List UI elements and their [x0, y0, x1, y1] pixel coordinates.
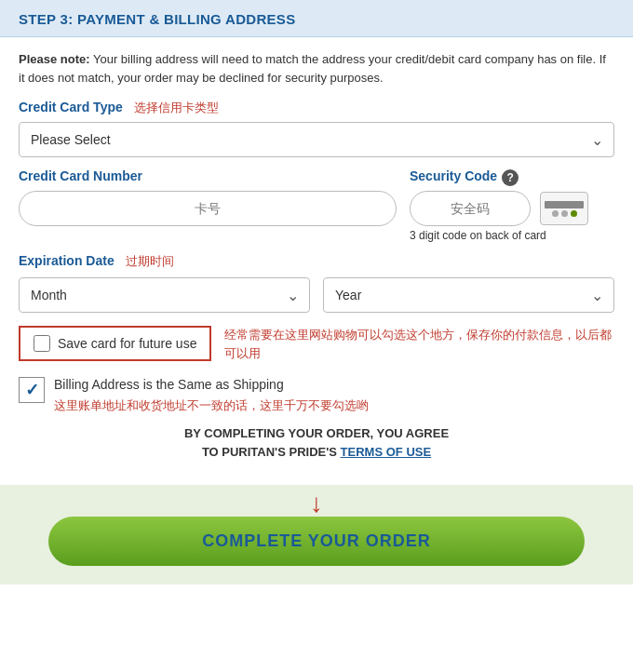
save-card-row: Save card for future use 经常需要在这里网站购物可以勾选… [19, 326, 614, 362]
save-card-note-chinese: 经常需要在这里网站购物可以勾选这个地方，保存你的付款信息，以后都可以用 [224, 326, 614, 362]
card-icon [540, 192, 588, 225]
note-text: Your billing address will need to match … [19, 52, 606, 85]
terms-line1: BY COMPLETING YOUR ORDER, YOU AGREE [184, 426, 449, 440]
year-select[interactable]: Year 2024202520262027 202820292030 [323, 277, 614, 313]
credit-card-type-label-chinese: 选择信用卡类型 [134, 101, 219, 114]
expiry-label: Expiration Date [19, 253, 114, 268]
card-dot-2 [561, 210, 568, 217]
header-bar: STEP 3: PAYMENT & BILLING ADDRESS [0, 0, 633, 37]
security-input-row [410, 191, 614, 226]
security-label-row: Security Code ? [410, 168, 614, 187]
security-code-help-icon[interactable]: ? [502, 169, 519, 186]
billing-note: Please note: Your billing address will n… [19, 50, 614, 87]
save-card-checkbox[interactable] [34, 335, 50, 352]
month-select[interactable]: Month 01020304 05060708 09101112 [19, 277, 310, 313]
expiration-section: Expiration Date 过期时间 Month 01020304 0506… [19, 253, 614, 313]
billing-address-row: ✓ Billing Address is the Same as Shippin… [19, 375, 614, 415]
content-area: Please note: Your billing address will n… [0, 37, 633, 485]
credit-card-type-select[interactable]: Please Select Visa MasterCard American E… [19, 122, 614, 157]
terms-row: BY COMPLETING YOUR ORDER, YOU AGREE TO P… [19, 424, 614, 464]
credit-card-type-section: Credit Card Type 选择信用卡类型 Please Select V… [19, 100, 614, 157]
expiry-selects: Month 01020304 05060708 09101112 ⌄ Year … [19, 277, 614, 313]
card-number-label: Credit Card Number [19, 168, 142, 183]
security-code-section: Security Code ? 3 digit code on back o [410, 168, 614, 242]
billing-address-checkbox-wrap[interactable]: ✓ [19, 377, 45, 403]
card-dot-3 [571, 210, 577, 217]
card-dots [552, 210, 577, 217]
card-dot-1 [552, 210, 559, 217]
billing-address-note-chinese: 这里账单地址和收货地址不一致的话，这里千万不要勾选哟 [54, 396, 614, 415]
card-number-input[interactable] [19, 191, 397, 226]
security-hint: 3 digit code on back of card [410, 229, 614, 242]
billing-address-checkmark-icon: ✓ [25, 382, 39, 398]
terms-line2: TO PURITAN'S PRIDE'S [202, 445, 337, 459]
save-card-label: Save card for future use [58, 336, 196, 351]
save-card-box: Save card for future use [19, 326, 211, 361]
expiry-label-chinese: 过期时间 [126, 254, 174, 268]
complete-order-button[interactable]: COMPLETE YOUR ORDER [48, 517, 585, 566]
down-arrow-icon: ↓ [310, 491, 323, 517]
billing-address-label: Billing Address is the Same as Shipping [54, 375, 614, 395]
credit-card-type-select-wrapper: Please Select Visa MasterCard American E… [19, 122, 614, 157]
credit-card-type-label: Credit Card Type [19, 100, 123, 114]
billing-address-col: Billing Address is the Same as Shipping … [54, 375, 614, 415]
card-stripe [545, 201, 584, 208]
card-number-security-row: Credit Card Number Security Code ? [19, 168, 614, 242]
page-wrapper: STEP 3: PAYMENT & BILLING ADDRESS Please… [0, 0, 633, 672]
year-select-wrapper: Year 2024202520262027 202820292030 ⌄ [323, 277, 614, 313]
card-number-section: Credit Card Number [19, 168, 397, 242]
month-select-wrapper: Month 01020304 05060708 09101112 ⌄ [19, 277, 310, 313]
note-bold: Please note: [19, 52, 90, 66]
terms-link[interactable]: TERMS OF USE [341, 445, 432, 459]
security-code-input[interactable] [410, 191, 531, 226]
page-title: STEP 3: PAYMENT & BILLING ADDRESS [19, 11, 295, 27]
expiry-label-row: Expiration Date 过期时间 [19, 253, 614, 272]
security-code-label: Security Code [410, 168, 497, 183]
complete-button-area: ↓ COMPLETE YOUR ORDER [0, 485, 633, 585]
